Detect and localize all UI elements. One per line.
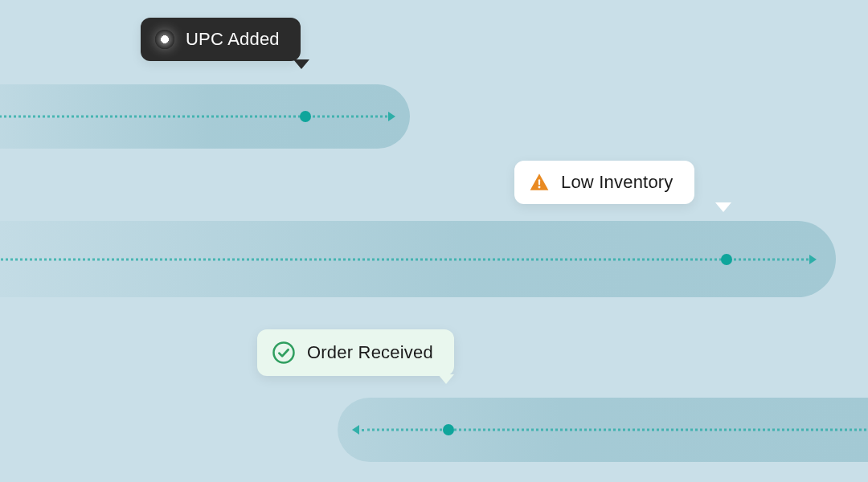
svg-rect-0: [538, 179, 540, 185]
timeline-node: [443, 424, 454, 435]
svg-point-1: [538, 186, 541, 189]
arrow-left-icon: [352, 425, 359, 435]
event-tag-label: Low Inventory: [561, 172, 674, 193]
record-icon: [155, 30, 174, 49]
tooltip-pointer: [293, 59, 309, 69]
timeline-track-3: [338, 398, 868, 462]
tooltip-pointer: [715, 202, 731, 212]
arrow-right-icon: [388, 112, 395, 121]
event-tag-low-inventory: Low Inventory: [514, 161, 694, 204]
timeline-node: [300, 111, 311, 122]
timeline-dotted-path: [0, 258, 809, 260]
timeline-node: [721, 254, 732, 265]
event-tag-upc-added: UPC Added: [141, 18, 301, 61]
event-tag-order-received: Order Received: [257, 329, 454, 376]
warning-icon: [529, 172, 550, 193]
timeline-track-2: [0, 221, 836, 297]
event-tag-label: UPC Added: [186, 29, 280, 50]
timeline-dotted-path: [0, 116, 387, 118]
tooltip-pointer: [438, 374, 454, 384]
timeline-track-1: [0, 84, 410, 149]
event-tag-label: Order Received: [307, 342, 433, 363]
svg-point-2: [274, 343, 294, 363]
timeline-dotted-path: [362, 429, 868, 431]
arrow-right-icon: [809, 255, 817, 264]
check-circle-icon: [272, 341, 296, 365]
